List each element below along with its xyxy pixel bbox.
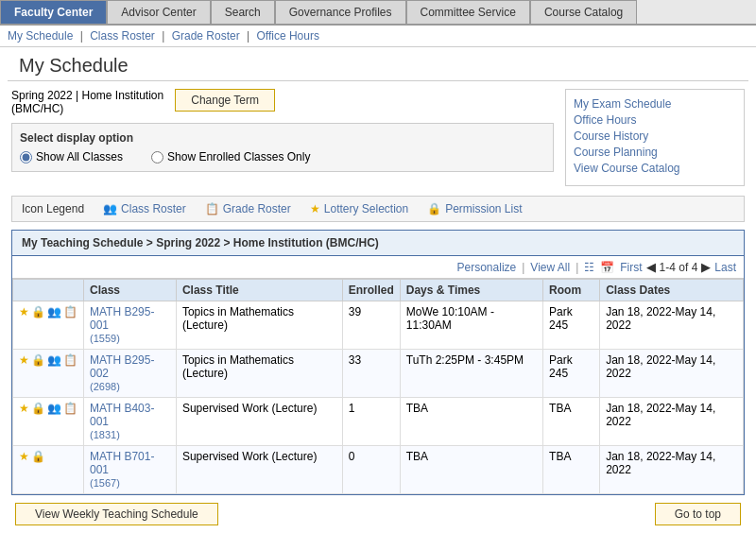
star-icon: ★ bbox=[310, 202, 320, 215]
row-dates-cell: Jan 18, 2022-May 14, 2022 bbox=[600, 398, 744, 446]
tab-course-catalog[interactable]: Course Catalog bbox=[530, 0, 637, 24]
term-text: Spring 2022 | Home Institution (BMC/HC) bbox=[11, 89, 163, 115]
row-star-icon: ★ bbox=[19, 305, 29, 318]
legend-grade-roster-label: Grade Roster bbox=[223, 202, 291, 215]
display-option-box: Select display option Show All Classes S… bbox=[11, 123, 554, 172]
show-enrolled-radio[interactable] bbox=[151, 151, 163, 163]
legend-lottery-selection[interactable]: ★ Lottery Selection bbox=[310, 202, 408, 215]
col-title: Class Title bbox=[176, 280, 342, 301]
row-room-cell: TBA bbox=[543, 398, 600, 446]
legend-lottery-label: Lottery Selection bbox=[324, 202, 408, 215]
row-room-cell: Park 245 bbox=[543, 350, 600, 398]
row-icons-cell: ★ 🔒 👥 📋 bbox=[13, 398, 84, 446]
first-page-link[interactable]: First bbox=[620, 261, 642, 274]
subnav-my-schedule[interactable]: My Schedule bbox=[8, 29, 73, 43]
show-enrolled-option[interactable]: Show Enrolled Classes Only bbox=[151, 150, 310, 163]
row-enrolled-cell: 0 bbox=[342, 446, 400, 494]
icon-legend-bar: Icon Legend 👥 Class Roster 📋 Grade Roste… bbox=[11, 196, 745, 222]
show-all-classes-radio[interactable] bbox=[20, 151, 32, 163]
bottom-bar: View Weekly Teaching Schedule Go to top bbox=[11, 495, 745, 529]
tab-committee-service[interactable]: Committee Service bbox=[406, 0, 530, 24]
table-row: ★ 🔒 MATH B701-001(1567) Supervised Work … bbox=[13, 446, 744, 494]
col-days-times: Days & Times bbox=[400, 280, 542, 301]
display-options: Show All Classes Show Enrolled Classes O… bbox=[20, 150, 545, 163]
row-room-cell: TBA bbox=[543, 446, 600, 494]
class-link[interactable]: MATH B295-002(2698) bbox=[90, 353, 154, 393]
left-section: Spring 2022 | Home Institution (BMC/HC) … bbox=[11, 89, 554, 186]
pagination: First ◀ 1-4 of 4 ▶ Last bbox=[620, 260, 736, 274]
row-doc-icon: 📋 bbox=[63, 305, 77, 318]
quicklink-course-history[interactable]: Course History bbox=[574, 129, 736, 143]
subnav-office-hours[interactable]: Office Hours bbox=[256, 29, 318, 43]
row-days-times-cell: TBA bbox=[400, 398, 542, 446]
row-class-cell: MATH B701-001(1567) bbox=[84, 446, 177, 494]
row-people-icon: 👥 bbox=[47, 305, 61, 318]
row-class-cell: MATH B403-001(1831) bbox=[84, 398, 177, 446]
tab-search[interactable]: Search bbox=[211, 0, 275, 24]
row-icons-cell: ★ 🔒 👥 📋 bbox=[13, 350, 84, 398]
row-days-times-cell: TBA bbox=[400, 446, 542, 494]
row-doc-icon: 📋 bbox=[63, 402, 77, 415]
row-title-cell: Supervised Work (Lecture) bbox=[176, 398, 342, 446]
quicklink-view-course-catalog[interactable]: View Course Catalog bbox=[574, 162, 736, 175]
legend-class-roster-label: Class Roster bbox=[121, 202, 186, 215]
lock-icon: 🔒 bbox=[427, 202, 441, 215]
term-info: Spring 2022 | Home Institution (BMC/HC) … bbox=[11, 89, 554, 115]
row-title-cell: Supervised Work (Lecture) bbox=[176, 446, 342, 494]
row-star-icon: ★ bbox=[19, 402, 29, 415]
show-enrolled-label: Show Enrolled Classes Only bbox=[167, 150, 310, 163]
quicklink-office-hours[interactable]: Office Hours bbox=[574, 113, 736, 127]
personalize-link[interactable]: Personalize bbox=[457, 261, 517, 274]
schedule-header: My Teaching Schedule > Spring 2022 > Hom… bbox=[12, 231, 744, 256]
subnav-class-roster[interactable]: Class Roster bbox=[90, 29, 155, 43]
show-all-classes-option[interactable]: Show All Classes bbox=[20, 150, 123, 163]
quicklink-exam-schedule[interactable]: My Exam Schedule bbox=[574, 97, 736, 111]
legend-class-roster[interactable]: 👥 Class Roster bbox=[103, 202, 186, 215]
row-icons-cell: ★ 🔒 👥 📋 bbox=[13, 301, 84, 350]
schedule-section: My Teaching Schedule > Spring 2022 > Hom… bbox=[11, 230, 745, 495]
class-link[interactable]: MATH B701-001(1567) bbox=[90, 450, 154, 490]
subnav-grade-roster[interactable]: Grade Roster bbox=[172, 29, 240, 43]
view-weekly-schedule-button[interactable]: View Weekly Teaching Schedule bbox=[15, 503, 218, 525]
go-to-top-button[interactable]: Go to top bbox=[655, 503, 741, 525]
row-people-icon: 👥 bbox=[47, 402, 61, 415]
icon-legend-label: Icon Legend bbox=[22, 202, 84, 215]
show-all-classes-label: Show All Classes bbox=[36, 150, 123, 163]
last-page-link[interactable]: Last bbox=[714, 261, 736, 274]
class-link[interactable]: MATH B403-001(1831) bbox=[90, 402, 154, 441]
people-icon: 👥 bbox=[103, 202, 117, 215]
legend-grade-roster[interactable]: 📋 Grade Roster bbox=[205, 202, 291, 215]
icon-grid: ☷ bbox=[584, 261, 594, 274]
col-enrolled: Enrolled bbox=[342, 280, 400, 301]
pagination-info: 1-4 of 4 bbox=[660, 261, 698, 274]
grade-roster-icon: 📋 bbox=[205, 202, 219, 215]
row-lock-icon: 🔒 bbox=[31, 353, 45, 367]
row-dates-cell: Jan 18, 2022-May 14, 2022 bbox=[600, 301, 744, 350]
quicklink-course-planning[interactable]: Course Planning bbox=[574, 146, 736, 159]
row-icons: ★ 🔒 👥 📋 bbox=[19, 305, 77, 318]
tab-governance-profiles[interactable]: Governance Profiles bbox=[275, 0, 406, 24]
row-lock-icon: 🔒 bbox=[31, 305, 45, 318]
table-row: ★ 🔒 👥 📋 MATH B403-001(1831) Supervised W… bbox=[13, 398, 744, 446]
change-term-button[interactable]: Change Term bbox=[175, 89, 275, 112]
table-row: ★ 🔒 👥 📋 MATH B295-001(1559) Topics in Ma… bbox=[13, 301, 744, 350]
col-dates: Class Dates bbox=[600, 280, 744, 301]
row-class-cell: MATH B295-002(2698) bbox=[84, 350, 177, 398]
row-star-icon: ★ bbox=[19, 450, 29, 463]
row-days-times-cell: MoWe 10:10AM - 11:30AM bbox=[400, 301, 542, 350]
quick-links-panel: My Exam Schedule Office Hours Course His… bbox=[565, 89, 745, 186]
term-line1: Spring 2022 | Home Institution bbox=[11, 89, 163, 102]
page-title: My Schedule bbox=[8, 47, 748, 81]
class-link[interactable]: MATH B295-001(1559) bbox=[90, 305, 154, 345]
prev-page-button[interactable]: ◀ bbox=[646, 260, 656, 274]
next-page-button[interactable]: ▶ bbox=[701, 260, 711, 274]
legend-permission-list[interactable]: 🔒 Permission List bbox=[427, 202, 522, 215]
row-dates-cell: Jan 18, 2022-May 14, 2022 bbox=[600, 446, 744, 494]
tab-faculty-center[interactable]: Faculty Center bbox=[0, 0, 107, 24]
row-people-icon: 👥 bbox=[47, 353, 61, 367]
view-all-link[interactable]: View All bbox=[530, 261, 570, 274]
row-icons-cell: ★ 🔒 bbox=[13, 446, 84, 494]
tab-advisor-center[interactable]: Advisor Center bbox=[107, 0, 210, 24]
sub-nav: My Schedule | Class Roster | Grade Roste… bbox=[0, 26, 756, 47]
row-icons: ★ 🔒 bbox=[19, 450, 77, 463]
